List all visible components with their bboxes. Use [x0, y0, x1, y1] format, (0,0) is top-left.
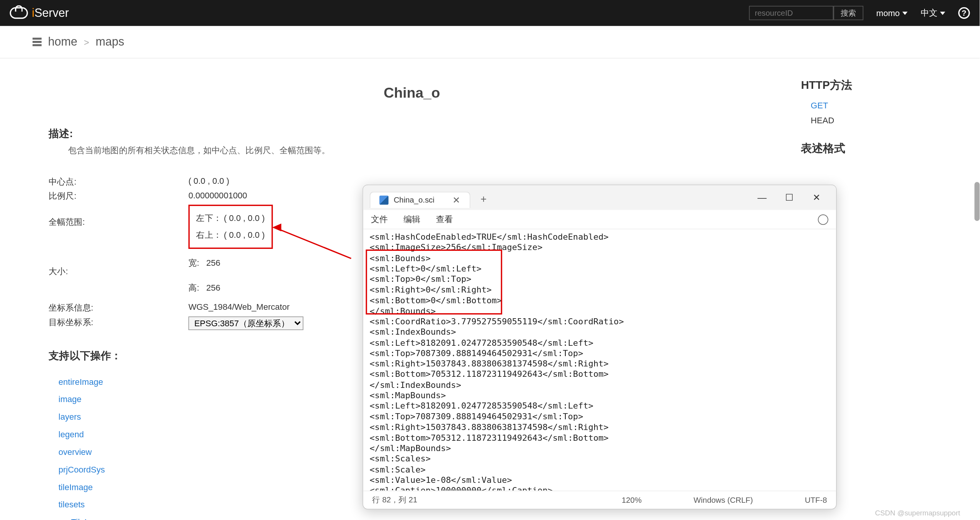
search-input[interactable] — [749, 6, 833, 20]
menu-edit[interactable]: 编辑 — [403, 213, 420, 225]
breadcrumb: home > maps — [0, 26, 980, 59]
help-icon[interactable]: ? — [958, 7, 970, 19]
annotation-arrow — [276, 214, 361, 240]
cloud-icon — [10, 7, 28, 19]
size-width-label: 宽: — [188, 258, 199, 268]
notepad-tab-title: China_o.sci — [394, 195, 434, 204]
language-menu[interactable]: 中文 — [921, 7, 945, 19]
crs-label: 坐标系信息: — [49, 302, 188, 314]
bounds-rt-label: 右上： — [196, 230, 221, 240]
representation-title: 表述格式 — [801, 141, 931, 156]
center-value: ( 0.0 , 0.0 ) — [188, 176, 229, 188]
breadcrumb-current[interactable]: maps — [96, 35, 124, 49]
notepad-titlebar[interactable]: China_o.sci ✕ + — ☐ ✕ — [363, 185, 836, 210]
minimize-button[interactable]: — — [749, 188, 775, 207]
chevron-down-icon — [940, 11, 946, 15]
http-method-link[interactable]: GET — [801, 98, 931, 113]
menu-icon[interactable] — [33, 38, 42, 46]
size-height-label: 高: — [188, 283, 199, 292]
menu-file[interactable]: 文件 — [371, 213, 388, 225]
breadcrumb-separator: > — [84, 37, 89, 47]
notepad-tab[interactable]: China_o.sci ✕ — [370, 191, 470, 208]
close-window-button[interactable]: ✕ — [804, 188, 830, 207]
http-method-text: HEAD — [801, 113, 931, 128]
maximize-button[interactable]: ☐ — [776, 188, 802, 207]
bounds-lb-label: 左下： — [196, 213, 221, 223]
target-crs-select[interactable]: EPSG:3857（原坐标系） — [188, 316, 303, 330]
bounds-lb-value: ( 0.0 , 0.0 ) — [224, 213, 265, 223]
size-label: 大小: — [49, 266, 188, 278]
description-label: 描述: — [49, 128, 775, 141]
header-right: 搜索 momo 中文 ? — [749, 6, 970, 20]
brand-logo[interactable]: iServer — [10, 6, 69, 20]
crs-value: WGS_1984/Web_Mercator — [188, 302, 289, 314]
target-crs-label: 目标坐标系: — [49, 316, 188, 330]
scale-label: 比例尺: — [49, 190, 188, 202]
menu-view[interactable]: 查看 — [436, 213, 453, 225]
status-encoding: UTF-8 — [805, 495, 827, 505]
search-button[interactable]: 搜索 — [833, 6, 863, 20]
size-height-value: 256 — [206, 283, 220, 292]
notepad-statusbar: 行 82，列 21 120% Windows (CRLF) UTF-8 — [363, 491, 836, 509]
notepad-window: China_o.sci ✕ + — ☐ ✕ 文件 编辑 查看 <sml:Hash… — [363, 185, 837, 510]
watermark: CSDN @supermapsupport — [875, 509, 960, 517]
notepad-file-icon — [379, 195, 389, 204]
status-eol: Windows (CRLF) — [694, 495, 753, 505]
status-zoom: 120% — [622, 495, 642, 505]
bounds-label: 全幅范围: — [49, 205, 188, 228]
user-menu[interactable]: momo — [876, 8, 908, 18]
size-width-value: 256 — [206, 258, 220, 268]
bounds-box-highlighted: 左下： ( 0.0 , 0.0 ) 右上： ( 0.0 , 0.0 ) — [188, 205, 273, 249]
page-title: China_o — [49, 85, 775, 101]
bounds-rt-value: ( 0.0 , 0.0 ) — [224, 230, 265, 240]
notepad-text-content[interactable]: <sml:HashCodeEnabled>TRUE</sml:HashCodeE… — [363, 229, 836, 491]
gear-icon[interactable] — [818, 214, 828, 224]
breadcrumb-home[interactable]: home — [48, 35, 77, 49]
status-position: 行 82，列 21 — [372, 494, 417, 505]
chevron-down-icon — [902, 11, 908, 15]
notepad-menubar: 文件 编辑 查看 — [363, 210, 836, 229]
new-tab-icon[interactable]: + — [480, 194, 487, 206]
brand-text: iServer — [32, 6, 69, 20]
close-tab-icon[interactable]: ✕ — [439, 195, 460, 205]
op-link[interactable]: zxyTileImage — [49, 513, 775, 520]
description-text: 包含当前地图的所有相关状态信息，如中心点、比例尺、全幅范围等。 — [68, 145, 775, 157]
top-bar: iServer 搜索 momo 中文 ? — [0, 0, 980, 26]
scale-value: 0.00000001000 — [188, 190, 247, 202]
center-label: 中心点: — [49, 176, 188, 188]
page-scrollbar[interactable] — [975, 182, 980, 221]
http-methods-title: HTTP方法 — [801, 78, 931, 93]
